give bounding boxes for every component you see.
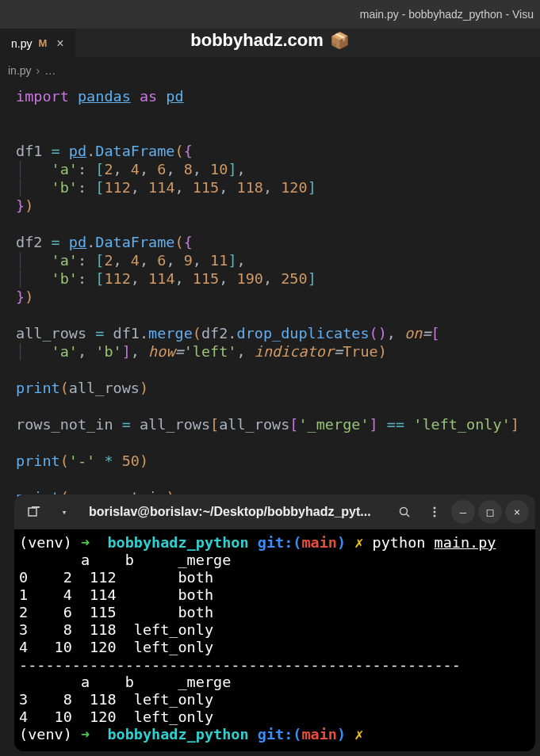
output-line: a b _merge: [19, 674, 530, 691]
svg-rect-0: [29, 508, 36, 516]
cube-icon: 📦: [330, 31, 350, 50]
chevron-right-icon: ›: [36, 64, 40, 77]
tab-label: n.py: [11, 37, 32, 50]
output-line: 1 4 114 both: [19, 586, 530, 604]
terminal-window: ▾ borislav@borislav:~/Desktop/bobbyhadz_…: [14, 494, 535, 751]
kw-as: as: [140, 88, 157, 105]
mod-pandas: pandas: [78, 88, 131, 105]
svg-point-5: [434, 511, 436, 514]
close-button[interactable]: ×: [505, 500, 529, 524]
svg-rect-1: [32, 506, 40, 508]
maximize-icon: □: [487, 506, 493, 518]
new-tab-button[interactable]: [21, 498, 48, 525]
chevron-down-icon: ▾: [62, 507, 67, 517]
output-line: 4 10 120 left_only: [19, 708, 530, 726]
output-line: 0 2 112 both: [19, 569, 530, 586]
new-tab-icon: [28, 506, 40, 518]
breadcrumb-file: in.py: [8, 64, 32, 77]
alias-pd: pd: [166, 88, 183, 105]
close-icon[interactable]: ×: [53, 35, 67, 52]
output-line: ----------------------------------------…: [19, 656, 530, 674]
svg-point-6: [434, 515, 436, 517]
dropdown-button[interactable]: ▾: [51, 498, 78, 525]
window-title-bar: main.py - bobbyhadz_python - Visu: [0, 0, 540, 29]
svg-point-4: [434, 507, 436, 510]
terminal-title: borislav@borislav:~/Desktop/bobbyhadz_py…: [81, 505, 388, 519]
output-line: a b _merge: [19, 552, 530, 569]
output-line: 3 8 118 left_only: [19, 691, 530, 708]
breadcrumb[interactable]: in.py › …: [0, 60, 540, 81]
window-title: main.py - bobbyhadz_python - Visu: [360, 8, 540, 21]
breadcrumb-more: …: [44, 64, 56, 77]
kw-import: import: [16, 88, 69, 105]
tab-main-py[interactable]: n.py M ×: [0, 29, 75, 57]
terminal-body[interactable]: (venv) ➜ bobbyhadz_python git:(main) ✗ p…: [14, 529, 535, 751]
output-line: 3 8 118 left_only: [19, 621, 530, 639]
svg-point-2: [400, 508, 408, 515]
maximize-button[interactable]: □: [478, 500, 502, 524]
kebab-menu-icon: [428, 506, 441, 518]
search-icon: [398, 506, 411, 518]
terminal-titlebar: ▾ borislav@borislav:~/Desktop/bobbyhadz_…: [14, 494, 535, 529]
menu-button[interactable]: [421, 498, 448, 525]
banner-text: bobbyhadz.com: [190, 30, 323, 51]
search-button[interactable]: [391, 498, 418, 525]
tab-modified-indicator: M: [38, 37, 47, 49]
minimize-icon: ―: [460, 506, 466, 518]
svg-line-3: [407, 514, 410, 517]
code-editor[interactable]: import pandas as pd df1 = pd.DataFrame({…: [0, 81, 540, 506]
close-icon: ×: [514, 506, 520, 518]
output-line: 4 10 120 left_only: [19, 639, 530, 656]
var-df2: df2: [16, 234, 42, 250]
site-banner: bobbyhadz.com 📦: [190, 30, 349, 51]
var-df1: df1: [16, 143, 42, 159]
output-line: 2 6 115 both: [19, 604, 530, 621]
minimize-button[interactable]: ―: [451, 500, 475, 524]
